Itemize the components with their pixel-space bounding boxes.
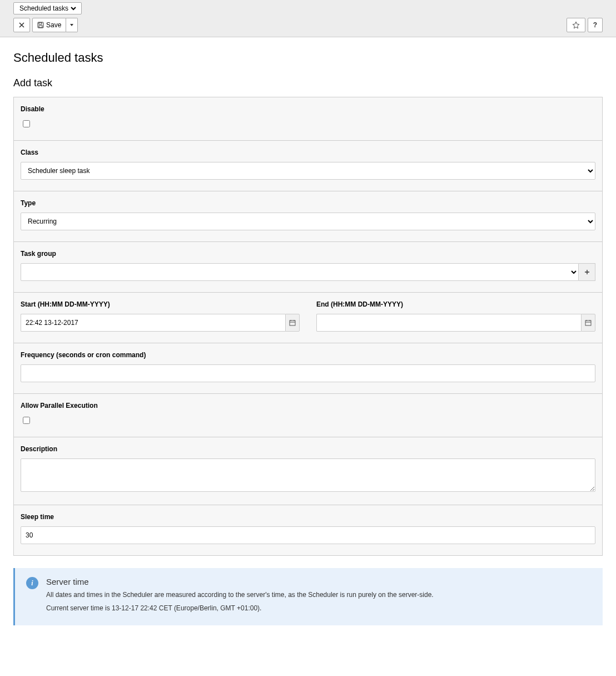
save-button[interactable]: Save (32, 18, 66, 32)
field-parallel: Allow Parallel Execution (14, 394, 602, 437)
module-menu[interactable]: Scheduled tasks (17, 4, 78, 13)
calendar-icon (289, 319, 296, 326)
page-subtitle: Add task (13, 77, 603, 89)
label-type: Type (21, 199, 595, 207)
save-label: Save (46, 21, 61, 29)
label-disable: Disable (21, 105, 595, 113)
input-end[interactable] (316, 314, 581, 332)
svg-rect-4 (585, 320, 591, 325)
close-icon (19, 22, 24, 28)
select-class[interactable]: Scheduler sleep task (21, 162, 595, 180)
save-button-group: Save (32, 18, 78, 32)
label-start: Start (HH:MM DD-MM-YYYY) (21, 300, 300, 308)
bookmark-button[interactable] (567, 18, 585, 32)
select-type[interactable]: Recurring (21, 213, 595, 230)
label-sleep-time: Sleep time (21, 513, 595, 521)
label-end: End (HH:MM DD-MM-YYYY) (316, 300, 595, 308)
form-panel: Disable Class Scheduler sleep task Type … (13, 97, 603, 556)
help-button[interactable]: ? (588, 18, 603, 32)
calendar-end-button[interactable] (581, 314, 595, 332)
field-frequency: Frequency (seconds or cron command) (14, 343, 602, 394)
module-menu-wrapper: Scheduled tasks (13, 2, 82, 14)
label-frequency: Frequency (seconds or cron command) (21, 351, 595, 359)
field-disable: Disable (14, 97, 602, 141)
svg-rect-3 (290, 320, 295, 325)
star-icon (572, 21, 580, 29)
field-start-end: Start (HH:MM DD-MM-YYYY) End (HH:MM DD-M… (14, 293, 602, 343)
callout-title: Server time (46, 577, 434, 586)
topbar: Scheduled tasks Save (0, 0, 616, 37)
plus-icon (584, 269, 590, 275)
calendar-icon (585, 319, 592, 326)
server-time-callout: i Server time All dates and times in the… (13, 568, 603, 625)
field-class: Class Scheduler sleep task (14, 141, 602, 191)
save-icon (37, 22, 44, 28)
save-dropdown-button[interactable] (66, 18, 78, 32)
field-description: Description (14, 437, 602, 505)
select-task-group[interactable] (21, 263, 579, 281)
input-sleep-time[interactable] (21, 526, 595, 544)
add-task-group-button[interactable] (579, 263, 595, 281)
calendar-start-button[interactable] (285, 314, 300, 332)
callout-line1: All dates and times in the Scheduler are… (46, 590, 434, 600)
checkbox-parallel[interactable] (23, 417, 30, 424)
page-title: Scheduled tasks (13, 51, 603, 65)
input-start[interactable] (21, 314, 285, 332)
caret-down-icon (69, 23, 74, 27)
content: Scheduled tasks Add task Disable Class S… (0, 37, 616, 642)
help-icon: ? (593, 21, 597, 29)
info-icon: i (26, 577, 38, 589)
input-frequency[interactable] (21, 364, 595, 382)
checkbox-disable[interactable] (23, 120, 30, 127)
label-class: Class (21, 149, 595, 156)
field-type: Type Recurring (14, 191, 602, 242)
label-parallel: Allow Parallel Execution (21, 402, 595, 409)
callout-line2: Current server time is 13-12-17 22:42 CE… (46, 603, 434, 613)
field-task-group: Task group (14, 242, 602, 293)
field-sleep-time: Sleep time (14, 505, 602, 555)
svg-rect-1 (39, 23, 42, 24)
label-task-group: Task group (21, 250, 595, 258)
textarea-description[interactable] (21, 458, 595, 492)
svg-rect-2 (39, 26, 42, 28)
close-button[interactable] (13, 18, 30, 32)
label-description: Description (21, 445, 595, 453)
